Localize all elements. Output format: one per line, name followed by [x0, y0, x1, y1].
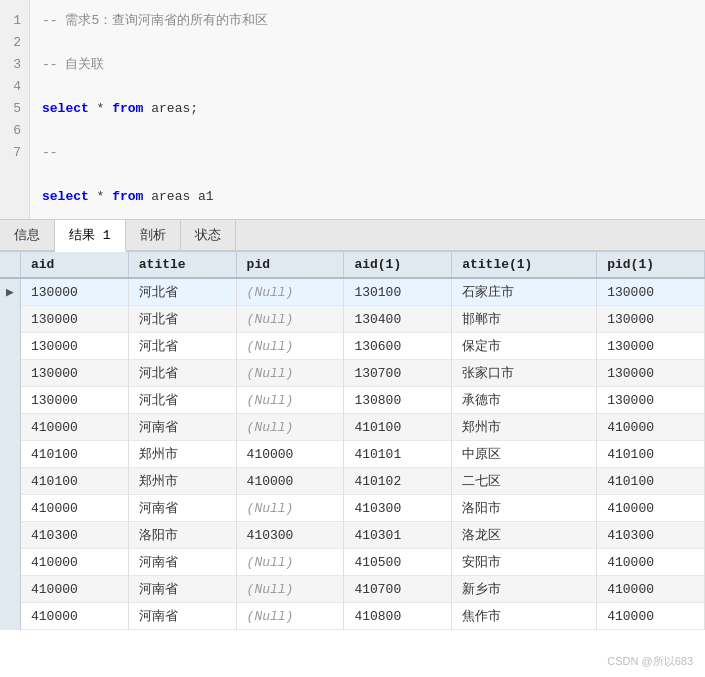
tab-info[interactable]: 信息 — [0, 220, 55, 250]
cell-pid: (Null) — [236, 387, 344, 414]
table-row: 130000河北省(Null)130400邯郸市130000 — [0, 306, 705, 333]
cell-pid: (Null) — [236, 333, 344, 360]
code-editor[interactable]: 1 2 3 4 5 6 7 -- 需求5：查询河南省的所有的市和区 -- 自关联… — [0, 0, 705, 220]
row-indicator — [0, 495, 21, 522]
table-header-row: aid atitle pid aid(1) atitle(1) pid(1) — [0, 252, 705, 278]
row-indicator: ▶ — [0, 278, 21, 306]
cell-atitle1: 焦作市 — [452, 603, 597, 630]
row-indicator — [0, 576, 21, 603]
code-line-2: -- 自关联 — [42, 54, 693, 76]
tab-status[interactable]: 状态 — [181, 220, 236, 250]
cell-atitle: 洛阳市 — [128, 522, 236, 549]
cell-aid: 410000 — [21, 414, 129, 441]
table-row: ▶130000河北省(Null)130100石家庄市130000 — [0, 278, 705, 306]
bottom-panel: 信息 结果 1 剖析 状态 aid atitle pid aid(1) atit… — [0, 220, 705, 677]
tab-results[interactable]: 结果 1 — [55, 220, 126, 252]
cell-aid: 130000 — [21, 387, 129, 414]
table-body: ▶130000河北省(Null)130100石家庄市130000130000河北… — [0, 278, 705, 630]
cell-atitle1: 新乡市 — [452, 576, 597, 603]
cell-aid1: 130600 — [344, 333, 452, 360]
code-line-4: -- — [42, 142, 693, 164]
cell-aid: 130000 — [21, 278, 129, 306]
cell-pid1: 410000 — [597, 495, 705, 522]
cell-aid: 410000 — [21, 576, 129, 603]
cell-aid1: 410102 — [344, 468, 452, 495]
cell-atitle1: 洛阳市 — [452, 495, 597, 522]
cell-aid1: 410101 — [344, 441, 452, 468]
cell-aid: 410000 — [21, 603, 129, 630]
cell-pid1: 410100 — [597, 441, 705, 468]
results-table: aid atitle pid aid(1) atitle(1) pid(1) ▶… — [0, 252, 705, 630]
row-indicator — [0, 414, 21, 441]
row-indicator — [0, 549, 21, 576]
cell-atitle: 河北省 — [128, 306, 236, 333]
col-atitle1: atitle(1) — [452, 252, 597, 278]
cell-atitle: 河北省 — [128, 278, 236, 306]
cell-aid1: 130800 — [344, 387, 452, 414]
col-pid1: pid(1) — [597, 252, 705, 278]
code-content[interactable]: -- 需求5：查询河南省的所有的市和区 -- 自关联 select * from… — [30, 0, 705, 219]
col-pid: pid — [236, 252, 344, 278]
cell-pid1: 130000 — [597, 387, 705, 414]
row-indicator — [0, 603, 21, 630]
cell-atitle: 河北省 — [128, 387, 236, 414]
table-row: 410000河南省(Null)410800焦作市410000 — [0, 603, 705, 630]
table-row: 130000河北省(Null)130700张家口市130000 — [0, 360, 705, 387]
cell-pid1: 130000 — [597, 360, 705, 387]
code-line-3: select * from areas; — [42, 98, 693, 120]
cell-pid: (Null) — [236, 549, 344, 576]
col-atitle: atitle — [128, 252, 236, 278]
row-indicator — [0, 360, 21, 387]
cell-atitle: 河南省 — [128, 414, 236, 441]
cell-pid1: 410000 — [597, 603, 705, 630]
cell-atitle1: 中原区 — [452, 441, 597, 468]
cell-pid: (Null) — [236, 306, 344, 333]
cell-pid1: 410100 — [597, 468, 705, 495]
table-row: 410100郑州市410000410101中原区410100 — [0, 441, 705, 468]
cell-aid: 410100 — [21, 468, 129, 495]
table-row: 130000河北省(Null)130800承德市130000 — [0, 387, 705, 414]
code-line-1: -- 需求5：查询河南省的所有的市和区 — [42, 10, 693, 32]
cell-aid: 130000 — [21, 333, 129, 360]
cell-atitle1: 邯郸市 — [452, 306, 597, 333]
row-indicator — [0, 306, 21, 333]
cell-pid: (Null) — [236, 495, 344, 522]
tab-analysis[interactable]: 剖析 — [126, 220, 181, 250]
row-indicator — [0, 441, 21, 468]
cell-aid: 130000 — [21, 360, 129, 387]
cell-pid1: 410000 — [597, 549, 705, 576]
cell-atitle: 郑州市 — [128, 441, 236, 468]
row-indicator — [0, 333, 21, 360]
cell-aid1: 410800 — [344, 603, 452, 630]
results-area[interactable]: aid atitle pid aid(1) atitle(1) pid(1) ▶… — [0, 252, 705, 677]
main-container: 1 2 3 4 5 6 7 -- 需求5：查询河南省的所有的市和区 -- 自关联… — [0, 0, 705, 677]
cell-atitle1: 二七区 — [452, 468, 597, 495]
table-row: 130000河北省(Null)130600保定市130000 — [0, 333, 705, 360]
row-indicator — [0, 387, 21, 414]
cell-aid1: 130700 — [344, 360, 452, 387]
cell-aid: 410000 — [21, 495, 129, 522]
cell-aid1: 410100 — [344, 414, 452, 441]
cell-aid: 130000 — [21, 306, 129, 333]
watermark: CSDN @所以683 — [607, 654, 693, 669]
cell-aid1: 410301 — [344, 522, 452, 549]
cell-pid: 410000 — [236, 441, 344, 468]
cell-atitle1: 保定市 — [452, 333, 597, 360]
cell-pid: (Null) — [236, 360, 344, 387]
cell-pid: 410300 — [236, 522, 344, 549]
cell-pid: (Null) — [236, 278, 344, 306]
cell-pid: 410000 — [236, 468, 344, 495]
cell-atitle: 河南省 — [128, 603, 236, 630]
row-indicator — [0, 468, 21, 495]
line-numbers: 1 2 3 4 5 6 7 — [0, 0, 30, 219]
cell-atitle: 河北省 — [128, 333, 236, 360]
table-row: 410000河南省(Null)410300洛阳市410000 — [0, 495, 705, 522]
cell-atitle1: 郑州市 — [452, 414, 597, 441]
table-row: 410000河南省(Null)410700新乡市410000 — [0, 576, 705, 603]
cell-pid1: 410000 — [597, 576, 705, 603]
cell-pid1: 130000 — [597, 306, 705, 333]
cell-atitle: 郑州市 — [128, 468, 236, 495]
cell-aid1: 130100 — [344, 278, 452, 306]
cell-aid1: 410500 — [344, 549, 452, 576]
cell-aid1: 130400 — [344, 306, 452, 333]
